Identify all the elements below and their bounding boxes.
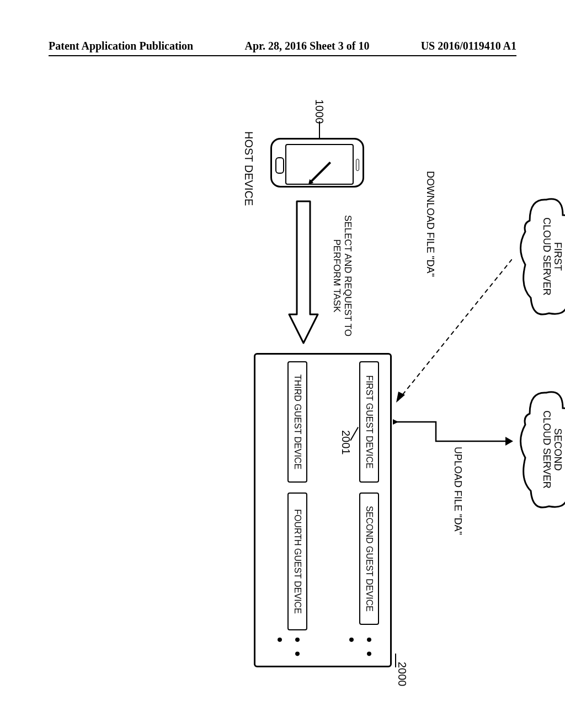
cloud2-line2: CLOUD SERVER [541, 386, 552, 513]
host-device-icon [270, 138, 364, 188]
host-device-label: HOST DEVICE [242, 131, 255, 206]
guest1-ref: 2001 [339, 430, 352, 455]
group-ref: 2000 [396, 662, 408, 687]
phone-speaker-icon [356, 159, 359, 171]
cloud2-line1: SECOND [552, 386, 563, 513]
third-guest-device: THIRD GUEST DEVICE [287, 361, 307, 483]
phone-screen-icon [285, 144, 354, 185]
header-left: Patent Application Publication [49, 40, 193, 52]
second-cloud-server: SECOND CLOUD SERVER [513, 386, 565, 513]
header-center: Apr. 28, 2016 Sheet 3 of 10 [244, 40, 369, 52]
stylus-icon [310, 162, 331, 183]
fourth-guest-device: FOURTH GUEST DEVICE [287, 493, 307, 630]
first-guest-device: FIRST GUEST DEVICE [359, 361, 379, 483]
cloud1-line1: FIRST [552, 193, 563, 320]
cloud1-line2: CLOUD SERVER [541, 193, 552, 320]
select-arrow-icon [287, 199, 320, 347]
page-header: Patent Application Publication Apr. 28, … [0, 40, 565, 52]
host-leader [319, 121, 320, 138]
guest-device-group: FIRST GUEST DEVICE SECOND GUEST DEVICE •… [254, 353, 392, 667]
ellipsis-icon: • • • [271, 637, 306, 666]
svg-marker-3 [393, 419, 398, 425]
header-rule [49, 55, 516, 56]
figure-3-diagram: FIG. 3 3001 FIRST CLOUD SERVER 3002 [0, 176, 565, 607]
header-right: US 2016/0119410 A1 [421, 40, 516, 52]
download-label: DOWNLOAD FILE "DA" [424, 171, 436, 277]
download-arrow [391, 259, 512, 414]
select-request-label: SELECT AND REQUEST TO PERFORM TASK [332, 204, 353, 347]
ellipsis-icon: • • • [343, 637, 378, 666]
first-cloud-server: FIRST CLOUD SERVER [513, 193, 565, 320]
group-leader [395, 654, 396, 667]
second-guest-device: SECOND GUEST DEVICE [359, 493, 379, 625]
phone-home-icon [275, 157, 284, 174]
upload-label: UPLOAD FILE "DA" [452, 447, 463, 535]
svg-line-0 [396, 259, 512, 403]
svg-marker-2 [505, 437, 513, 446]
host-ref: 1000 [313, 99, 326, 124]
